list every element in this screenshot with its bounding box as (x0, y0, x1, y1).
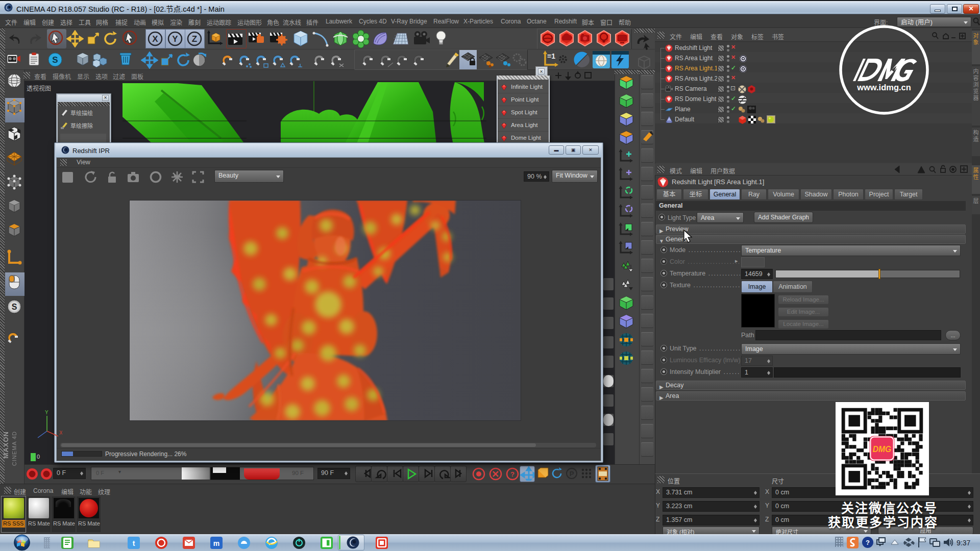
svg-text:Y: Y (45, 410, 48, 415)
svg-text:DMG: DMG (873, 445, 892, 454)
svg-text:S: S (52, 55, 58, 65)
svg-text:P: P (570, 470, 574, 478)
svg-text:t: t (133, 539, 135, 547)
svg-text:Z: Z (192, 34, 197, 44)
svg-text:?: ? (510, 470, 514, 478)
svg-text:Y: Y (172, 34, 178, 44)
svg-text:X: X (152, 34, 158, 44)
svg-text:X: X (59, 430, 62, 436)
svg-text:m: m (213, 539, 219, 547)
svg-text:S: S (12, 303, 17, 311)
svg-text:?: ? (866, 539, 870, 546)
svg-text:=1: =1 (547, 52, 555, 60)
svg-text:www.idmg.cn: www.idmg.cn (856, 83, 911, 92)
